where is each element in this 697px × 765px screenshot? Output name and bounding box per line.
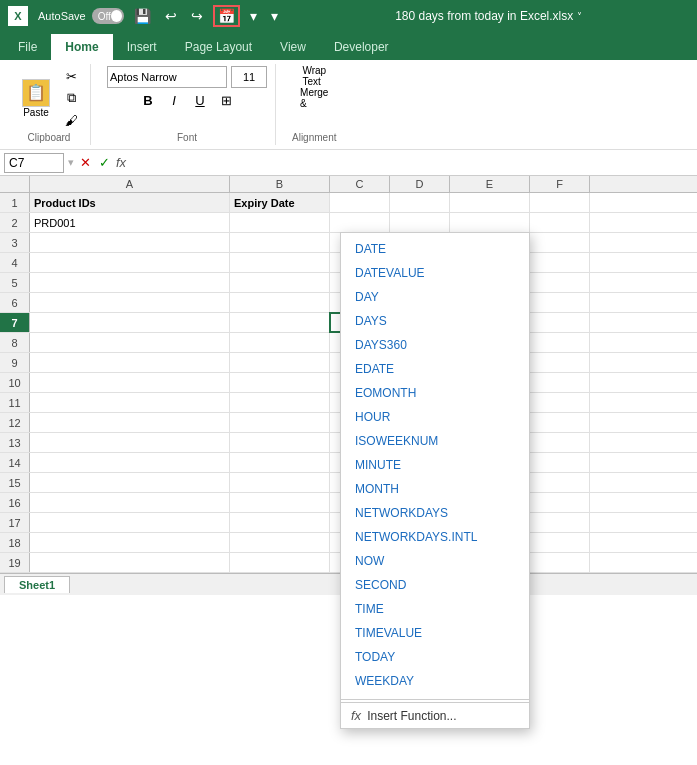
font-row1 xyxy=(107,66,267,88)
function-item-isoweeknum[interactable]: ISOWEEKNUM xyxy=(341,429,529,453)
cell-b2[interactable] xyxy=(230,213,330,232)
clipboard-group: 📋 Paste ✂ ⧉ 🖌 Clipboard xyxy=(8,64,91,145)
cell-d1[interactable] xyxy=(390,193,450,212)
tab-home[interactable]: Home xyxy=(51,32,112,60)
formula-bar: ▾ ✕ ✓ fx xyxy=(0,150,697,176)
clipboard-row: 📋 Paste ✂ ⧉ 🖌 xyxy=(16,66,82,130)
ribbon-tabs: File Home Insert Page Layout View Develo… xyxy=(0,32,697,60)
cell-d2[interactable] xyxy=(390,213,450,232)
function-item-second[interactable]: SECOND xyxy=(341,573,529,597)
dropdown-divider xyxy=(341,699,529,700)
function-item-eomonth[interactable]: EOMONTH xyxy=(341,381,529,405)
insert-function-button[interactable]: fx Insert Function... xyxy=(341,702,529,728)
title-bar: X AutoSave Off 💾 ↩ ↪ 📅 ▾ ▾ 180 days from… xyxy=(0,0,697,32)
filename: 180 days from today in Excel.xlsx ˅ xyxy=(288,9,689,23)
col-header-b[interactable]: B xyxy=(230,176,330,192)
app-logo: X xyxy=(8,6,28,26)
alignment-group-label: Alignment xyxy=(292,132,336,143)
function-item-date[interactable]: DATE xyxy=(341,237,529,261)
alignment-group: Wrap Text Merge & Alignment xyxy=(284,64,344,145)
tab-page-layout[interactable]: Page Layout xyxy=(171,34,266,60)
row-num-header xyxy=(0,176,30,192)
cell-ref-dropdown[interactable]: ▾ xyxy=(68,156,74,169)
function-item-networkdays.intl[interactable]: NETWORKDAYS.INTL xyxy=(341,525,529,549)
function-item-timevalue[interactable]: TIMEVALUE xyxy=(341,621,529,645)
merge-label: Merge & xyxy=(300,87,328,109)
tab-developer[interactable]: Developer xyxy=(320,34,403,60)
insert-function-label: Insert Function... xyxy=(367,709,456,723)
paste-label: Paste xyxy=(23,107,49,118)
cell-a1[interactable]: Product IDs xyxy=(30,193,230,212)
cell-c2[interactable] xyxy=(330,213,390,232)
redo-icon[interactable]: ↪ xyxy=(187,6,207,26)
toggle-state-label: Off xyxy=(94,11,111,22)
wrap-text-label: Wrap Text xyxy=(302,65,326,87)
function-item-weekday[interactable]: WEEKDAY xyxy=(341,669,529,693)
table-row: 1 Product IDs Expiry Date xyxy=(0,193,697,213)
bold-button[interactable]: B xyxy=(137,90,159,110)
function-item-day[interactable]: DAY xyxy=(341,285,529,309)
col-header-c[interactable]: C xyxy=(330,176,390,192)
tab-file[interactable]: File xyxy=(4,34,51,60)
col-header-e[interactable]: E xyxy=(450,176,530,192)
function-item-days[interactable]: DAYS xyxy=(341,309,529,333)
function-item-hour[interactable]: HOUR xyxy=(341,405,529,429)
function-item-networkdays[interactable]: NETWORKDAYS xyxy=(341,501,529,525)
col-header-f[interactable]: F xyxy=(530,176,590,192)
cut-button[interactable]: ✂ xyxy=(60,66,82,86)
save-icon[interactable]: 💾 xyxy=(130,6,155,26)
col-header-a[interactable]: A xyxy=(30,176,230,192)
fx-footer-icon: fx xyxy=(351,708,361,723)
sheet-tab-1[interactable]: Sheet1 xyxy=(4,576,70,593)
function-item-days360[interactable]: DAYS360 xyxy=(341,333,529,357)
dropdown-arrow-icon[interactable]: ▾ xyxy=(246,6,261,26)
cell-f2[interactable] xyxy=(530,213,590,232)
active-function-icon[interactable]: 📅 xyxy=(213,5,240,27)
autosave-label: AutoSave xyxy=(38,10,86,22)
col-header-d[interactable]: D xyxy=(390,176,450,192)
font-name-input[interactable] xyxy=(107,66,227,88)
clipboard-group-label: Clipboard xyxy=(28,132,71,143)
format-painter-button[interactable]: 🖌 xyxy=(60,110,82,130)
cell-e2[interactable] xyxy=(450,213,530,232)
function-dropdown: DATEDATEVALUEDAYDAYSDAYS360EDATEEOMONTHH… xyxy=(340,232,530,729)
underline-button[interactable]: U xyxy=(189,90,211,110)
more-icon[interactable]: ▾ xyxy=(267,6,282,26)
wrap-text-button[interactable]: Wrap Text xyxy=(303,66,325,86)
cell-a2[interactable]: PRD001 xyxy=(30,213,230,232)
ribbon-content: 📋 Paste ✂ ⧉ 🖌 Clipboard B I U ⊞ Font xyxy=(0,60,697,150)
undo-icon[interactable]: ↩ xyxy=(161,6,181,26)
paste-button[interactable]: 📋 Paste xyxy=(16,77,56,120)
sheet-container: A B C D E F 1 Product IDs Expiry Date 2 … xyxy=(0,176,697,573)
cell-ref-input[interactable] xyxy=(4,153,64,173)
function-item-month[interactable]: MONTH xyxy=(341,477,529,501)
autosave-toggle[interactable]: Off xyxy=(92,8,124,24)
cancel-formula-button[interactable]: ✕ xyxy=(78,155,93,170)
merge-center-button[interactable]: Merge & xyxy=(303,88,325,108)
border-button[interactable]: ⊞ xyxy=(215,90,237,110)
formula-input[interactable] xyxy=(130,156,693,170)
cell-b1[interactable]: Expiry Date xyxy=(230,193,330,212)
italic-button[interactable]: I xyxy=(163,90,185,110)
tab-insert[interactable]: Insert xyxy=(113,34,171,60)
function-item-minute[interactable]: MINUTE xyxy=(341,453,529,477)
row-num-1: 1 xyxy=(0,193,30,212)
cell-e1[interactable] xyxy=(450,193,530,212)
table-row: 2 PRD001 xyxy=(0,213,697,233)
function-item-now[interactable]: NOW xyxy=(341,549,529,573)
cell-c1[interactable] xyxy=(330,193,390,212)
column-headers: A B C D E F xyxy=(0,176,697,193)
confirm-formula-button[interactable]: ✓ xyxy=(97,155,112,170)
toggle-knob xyxy=(111,10,122,22)
font-group-label: Font xyxy=(177,132,197,143)
function-item-edate[interactable]: EDATE xyxy=(341,357,529,381)
function-item-datevalue[interactable]: DATEVALUE xyxy=(341,261,529,285)
function-item-today[interactable]: TODAY xyxy=(341,645,529,669)
row-num-2: 2 xyxy=(0,213,30,232)
cell-f1[interactable] xyxy=(530,193,590,212)
function-list: DATEDATEVALUEDAYDAYSDAYS360EDATEEOMONTHH… xyxy=(341,233,529,697)
function-item-time[interactable]: TIME xyxy=(341,597,529,621)
font-size-input[interactable] xyxy=(231,66,267,88)
tab-view[interactable]: View xyxy=(266,34,320,60)
copy-button[interactable]: ⧉ xyxy=(60,88,82,108)
